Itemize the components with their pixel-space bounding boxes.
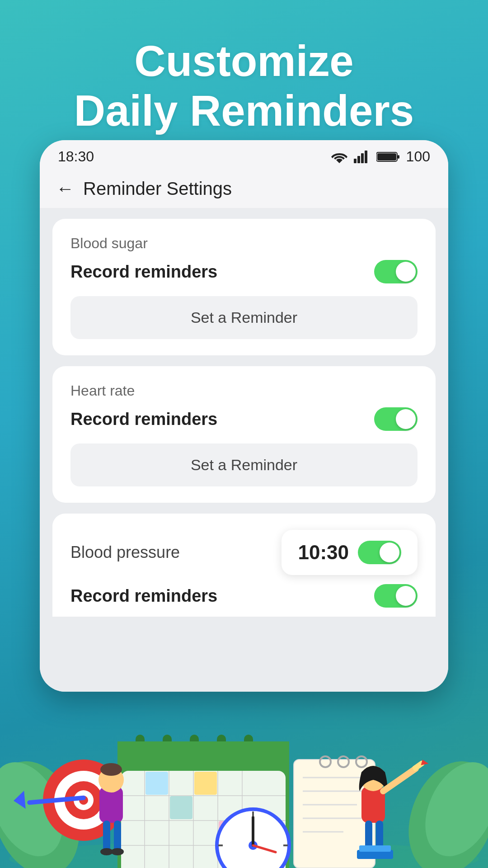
blood-sugar-record-label: Record reminders [70, 262, 217, 282]
wifi-icon [331, 151, 347, 163]
blood-pressure-label: Blood pressure [70, 543, 180, 562]
svg-point-41 [100, 763, 122, 776]
hero-section: Customize Daily Reminders [0, 0, 488, 154]
heart-rate-toggle[interactable] [374, 407, 418, 431]
back-button[interactable]: ← [56, 179, 74, 199]
battery-level: 100 [406, 148, 430, 165]
page-title: Reminder Settings [83, 179, 232, 199]
svg-rect-37 [194, 772, 217, 795]
svg-point-44 [100, 848, 113, 855]
time-badge-toggle[interactable] [358, 541, 401, 564]
svg-rect-25 [117, 741, 289, 769]
content-area: Blood sugar Record reminders Set a Remin… [40, 208, 448, 692]
svg-rect-73 [359, 845, 391, 852]
reminder-time: 10:30 [298, 541, 349, 564]
heart-rate-card: Heart rate Record reminders Set a Remind… [52, 366, 436, 503]
status-icons: 100 [331, 148, 430, 165]
blood-pressure-card-partial: Blood pressure 10:30 Record reminders [52, 514, 436, 617]
heart-rate-record-label: Record reminders [70, 410, 217, 429]
blood-sugar-set-reminder-button[interactable]: Set a Reminder [70, 296, 418, 339]
blood-sugar-label: Blood sugar [70, 235, 418, 252]
time-badge: 10:30 [282, 530, 418, 575]
blood-pressure-toggle-row: Record reminders [70, 584, 418, 608]
blood-sugar-card: Blood sugar Record reminders Set a Remin… [52, 219, 436, 355]
heart-rate-label: Heart rate [70, 382, 418, 399]
svg-rect-0 [354, 159, 357, 163]
svg-line-65 [383, 769, 416, 791]
blood-sugar-toggle-row: Record reminders [70, 260, 418, 283]
hero-line1: Customize [134, 37, 353, 85]
blood-pressure-record-label: Record reminders [70, 586, 217, 606]
svg-rect-3 [365, 151, 367, 163]
phone-frame: 18:30 100 ← R [40, 140, 448, 692]
hero-line2: Daily Reminders [74, 86, 414, 135]
status-bar: 18:30 100 [40, 140, 448, 170]
signal-icon [354, 151, 370, 163]
nav-bar: ← Reminder Settings [40, 170, 448, 208]
heart-rate-toggle-row: Record reminders [70, 407, 418, 431]
svg-rect-1 [357, 156, 360, 163]
svg-rect-36 [170, 796, 192, 819]
illustration-area [0, 651, 488, 868]
svg-point-45 [111, 848, 124, 855]
svg-rect-6 [377, 153, 396, 160]
svg-rect-43 [114, 821, 121, 852]
svg-rect-2 [361, 153, 364, 163]
time-display: 18:30 [58, 148, 94, 165]
svg-rect-35 [145, 772, 168, 795]
battery-icon [376, 151, 400, 163]
svg-rect-42 [103, 821, 110, 852]
blood-sugar-toggle[interactable] [374, 260, 418, 283]
svg-rect-5 [398, 155, 399, 159]
illustration-svg [0, 651, 488, 868]
blood-pressure-toggle[interactable] [374, 584, 418, 608]
heart-rate-set-reminder-button[interactable]: Set a Reminder [70, 443, 418, 486]
blood-pressure-top-row: Blood pressure 10:30 [70, 530, 418, 575]
